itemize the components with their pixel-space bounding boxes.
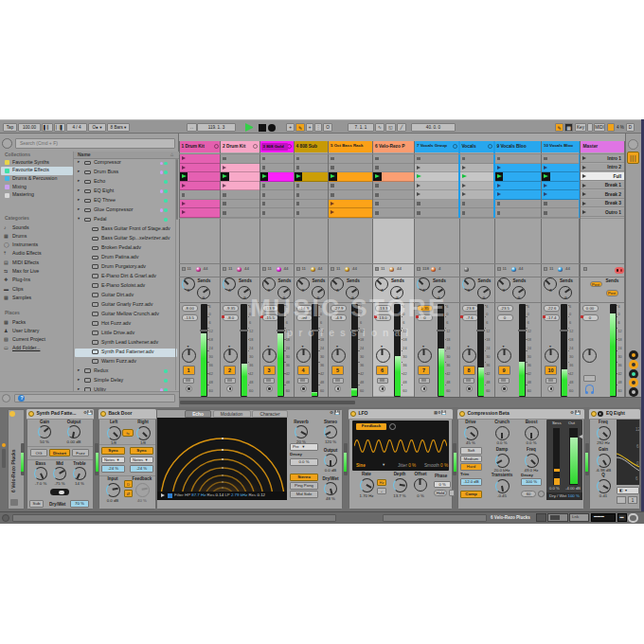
svg-text:12: 12 xyxy=(635,427,639,432)
svg-text:6: 6 xyxy=(635,476,638,481)
svg-text:6: 6 xyxy=(636,444,639,449)
